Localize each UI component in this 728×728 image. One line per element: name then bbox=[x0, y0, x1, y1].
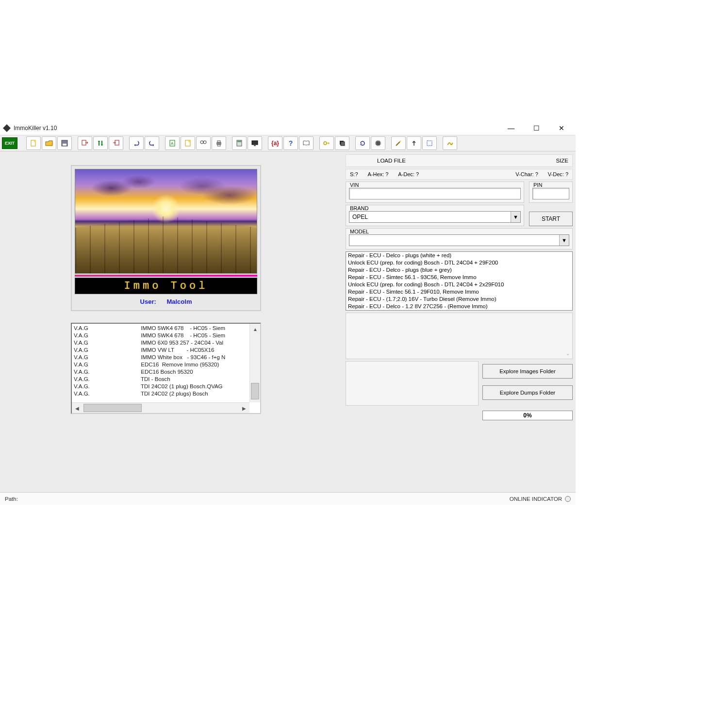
worm-icon[interactable] bbox=[443, 136, 457, 150]
scroll-right-icon[interactable]: ▶ bbox=[239, 403, 249, 414]
chevron-down-icon[interactable]: ▼ bbox=[559, 235, 569, 246]
model-label: MODEL bbox=[349, 229, 569, 234]
description-pane: ⌄ bbox=[346, 313, 573, 359]
model-fieldset: MODEL ▼ bbox=[346, 228, 573, 249]
svg-rect-17 bbox=[252, 141, 258, 145]
transfer-icon[interactable] bbox=[93, 136, 108, 150]
dropdown-option[interactable]: Repair - ECU - Delco - 1.2 8V 27C256 - (… bbox=[346, 303, 572, 310]
scroll-up-icon[interactable]: ▲ bbox=[250, 324, 261, 334]
book-icon[interactable] bbox=[299, 136, 314, 150]
help-icon[interactable]: ? bbox=[283, 136, 298, 150]
up-icon[interactable] bbox=[407, 136, 421, 150]
pin-fieldset: PIN bbox=[529, 182, 573, 203]
left-column: Immo Tool User: Malcolm V.A.G IMMO 5WK4 … bbox=[0, 151, 343, 492]
explore-dumps-button[interactable]: Explore Dumps Folder bbox=[482, 385, 573, 400]
svg-point-10 bbox=[200, 141, 203, 144]
start-button[interactable]: START bbox=[529, 212, 573, 226]
list-item[interactable]: V.A.G. TDI 24C02 (2 plugs) Bosch bbox=[74, 390, 248, 397]
svg-rect-14 bbox=[217, 145, 220, 146]
svg-rect-3 bbox=[63, 144, 66, 146]
svg-rect-16 bbox=[237, 141, 241, 142]
list-item[interactable]: V.A.G IMMO 5WK4 678 - HC05 - Siem bbox=[74, 325, 248, 332]
list-item[interactable]: V.A.G IMMO White box - 93C46 - f+g N bbox=[74, 354, 248, 361]
work-area: Immo Tool User: Malcolm V.A.G IMMO 5WK4 … bbox=[0, 151, 576, 492]
brace-icon[interactable]: {a} bbox=[268, 136, 282, 150]
redo-icon[interactable] bbox=[145, 136, 159, 150]
vertical-scrollbar[interactable]: ▲ ▼ bbox=[249, 324, 260, 402]
dropdown-option[interactable]: Unlock ECU (prep. for coding) Bosch - DT… bbox=[346, 281, 572, 288]
stack-icon[interactable] bbox=[335, 136, 349, 150]
splash-panel: Immo Tool User: Malcolm bbox=[71, 165, 261, 311]
select-icon[interactable] bbox=[422, 136, 437, 150]
open-icon[interactable] bbox=[42, 136, 56, 150]
screen-icon[interactable] bbox=[248, 136, 262, 150]
doc-b-icon[interactable] bbox=[181, 136, 195, 150]
svg-rect-12 bbox=[216, 142, 221, 145]
svg-text:A: A bbox=[171, 141, 174, 146]
close-button[interactable]: ✕ bbox=[553, 123, 570, 133]
list-item[interactable]: V.A.G. TDI 24C02 (1 plug) Bosch.QVAG bbox=[74, 383, 248, 390]
exit-button[interactable]: EXIT bbox=[2, 137, 17, 149]
doc-a-icon[interactable]: A bbox=[165, 136, 180, 150]
brand-select[interactable]: OPEL ▼ bbox=[349, 211, 521, 223]
dropdown-option[interactable]: Repair - ECU - Delco - plugs (white + re… bbox=[346, 252, 572, 259]
minimize-button[interactable]: — bbox=[503, 123, 519, 133]
scroll-left-icon[interactable]: ◀ bbox=[72, 403, 83, 414]
key-icon[interactable] bbox=[319, 136, 334, 150]
chip-icon[interactable] bbox=[371, 136, 385, 150]
list-item[interactable]: V.A.G. EDC16 Bosch 95320 bbox=[74, 368, 248, 376]
horizontal-scrollbar[interactable]: ◀ ▶ bbox=[72, 402, 249, 413]
vin-input[interactable] bbox=[349, 188, 521, 199]
list-item[interactable]: V.A.G IMMO 6X0 953 257 - 24C04 - Val bbox=[74, 339, 248, 347]
svg-rect-13 bbox=[217, 141, 220, 142]
refresh-icon[interactable] bbox=[355, 136, 370, 150]
new-icon[interactable] bbox=[26, 136, 41, 150]
undo-icon[interactable] bbox=[129, 136, 144, 150]
path-label: Path: bbox=[5, 496, 510, 502]
scroll-thumb-h[interactable] bbox=[83, 404, 142, 412]
list-item[interactable]: V.A.G IMMO VW LT - HC05X16 bbox=[74, 347, 248, 354]
app-window: ImmoKiller v1.10 — ☐ ✕ EXIT A {a} ? bbox=[0, 121, 576, 505]
splash-banner: Immo Tool bbox=[75, 278, 257, 294]
import-icon[interactable] bbox=[78, 136, 92, 150]
list-item[interactable]: V.A.G EDC16 Remove Immo (95320) bbox=[74, 361, 248, 368]
svg-rect-24 bbox=[427, 141, 432, 146]
user-label: User: bbox=[140, 298, 156, 305]
print-icon[interactable] bbox=[212, 136, 226, 150]
calculator-icon[interactable] bbox=[232, 136, 247, 150]
list-item[interactable]: V.A.G IMMO 5WK4 678 - HC05 - Siem bbox=[74, 332, 248, 339]
dropdown-option[interactable]: Repair - ECU - Delco - plugs (blue + gre… bbox=[346, 266, 572, 274]
maximize-button[interactable]: ☐ bbox=[528, 123, 545, 133]
svg-rect-4 bbox=[82, 140, 86, 145]
explore-images-button[interactable]: Explore Images Folder bbox=[482, 364, 573, 379]
wand-icon[interactable] bbox=[391, 136, 406, 150]
right-column: LOAD FILE SIZE S:? A-Hex: ? A-Dec: ? V-C… bbox=[343, 151, 576, 492]
stat-vchar: V-Char: ? bbox=[515, 171, 538, 177]
dropdown-option[interactable]: Repair - ECU - Simtec 56.1 - 93C56, Remo… bbox=[346, 274, 572, 281]
svg-point-1 bbox=[34, 140, 36, 142]
title-bar: ImmoKiller v1.10 — ☐ ✕ bbox=[0, 121, 576, 135]
vag-listbox[interactable]: V.A.G IMMO 5WK4 678 - HC05 - SiemV.A.G I… bbox=[71, 323, 261, 414]
model-select[interactable]: ▼ bbox=[349, 234, 569, 246]
window-title: ImmoKiller v1.10 bbox=[14, 125, 503, 132]
bulb-icon bbox=[565, 496, 571, 502]
svg-rect-21 bbox=[341, 142, 345, 146]
svg-point-11 bbox=[203, 141, 206, 144]
export-icon[interactable] bbox=[109, 136, 123, 150]
load-file-header: LOAD FILE SIZE bbox=[346, 154, 573, 167]
svg-rect-22 bbox=[376, 141, 380, 145]
model-dropdown-list[interactable]: Repair - ECU - Delco - plugs (white + re… bbox=[346, 251, 573, 311]
scroll-thumb[interactable] bbox=[251, 383, 259, 399]
dropdown-option[interactable]: Repair - ECU - Simtec 56.1 - 29F010, Rem… bbox=[346, 288, 572, 296]
list-item[interactable]: V.A.G. TDI - Bosch bbox=[74, 376, 248, 383]
save-icon[interactable] bbox=[57, 136, 72, 150]
dropdown-option[interactable]: Repair - ECU - (1.7;2.0) 16V - Turbo Die… bbox=[346, 296, 572, 303]
vin-label: VIN bbox=[349, 182, 521, 188]
chevron-down-icon[interactable]: ▼ bbox=[511, 212, 520, 222]
online-indicator-label: ONLINE INDICATOR bbox=[510, 496, 562, 502]
dropdown-option[interactable]: Unlock ECU (prep. for coding) Bosch - DT… bbox=[346, 259, 572, 266]
find-icon[interactable] bbox=[196, 136, 211, 150]
pin-input[interactable] bbox=[532, 188, 569, 199]
load-file-label: LOAD FILE bbox=[350, 158, 551, 164]
pin-label: PIN bbox=[532, 182, 569, 188]
